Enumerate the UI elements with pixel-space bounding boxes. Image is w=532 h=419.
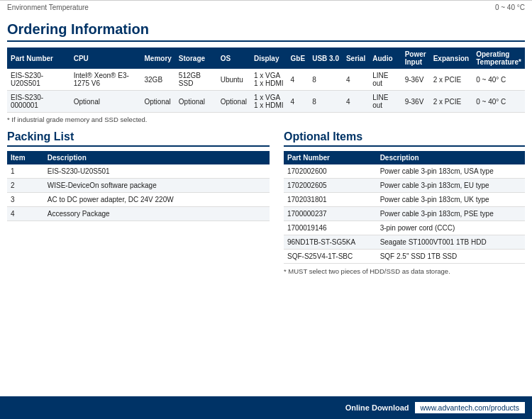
- packing-cell-description: Accessory Package: [44, 207, 270, 221]
- packing-cell-item: 3: [7, 193, 44, 207]
- ordering-cell-expansion: 2 x PCIE: [430, 91, 473, 113]
- ordering-col-memory: Memory: [140, 48, 174, 69]
- ordering-cell-powerinput: 9-36V: [401, 91, 430, 113]
- optional-table-row: 1700000237 Power cable 3-pin 183cm, PSE …: [284, 207, 525, 221]
- optional-cell-description: Power cable 3-pin 183cm, PSE type: [377, 207, 525, 221]
- optional-items-section: Optional Items Part Number Description 1…: [284, 130, 525, 275]
- ordering-cell-expansion: 2 x PCIE: [430, 69, 473, 91]
- ordering-footnote: * If industrial grade memory and SSD sel…: [7, 116, 525, 123]
- ordering-cell-display: 1 x VGA1 x HDMI: [250, 69, 287, 91]
- optional-cell-partnumber: 1700019146: [284, 221, 377, 235]
- optional-table-row: 1702002600 Power cable 3-pin 183cm, USA …: [284, 164, 525, 179]
- optional-cell-description: Seagate ST1000VT001 1TB HDD: [377, 235, 525, 250]
- packing-table-row: 1 EIS-S230-U20S501: [7, 164, 270, 179]
- packing-col-item: Item: [7, 151, 44, 164]
- ordering-col-os: OS: [217, 48, 250, 69]
- footer-url: www.advantech.com/products: [415, 402, 525, 413]
- optional-table-row: 1702031801 Power cable 3-pin 183cm, UK t…: [284, 193, 525, 207]
- optional-cell-partnumber: 1702002605: [284, 179, 377, 193]
- ordering-cell-serial: 4: [343, 69, 369, 91]
- optional-cell-description: 3-pin power cord (CCC): [377, 221, 525, 235]
- optional-cell-partnumber: 1702002600: [284, 164, 377, 179]
- optional-cell-partnumber: 1700000237: [284, 207, 377, 221]
- optional-cell-description: Power cable 3-pin 183cm, USA type: [377, 164, 525, 179]
- ordering-col-expansion: Expansion: [430, 48, 473, 69]
- packing-cell-item: 2: [7, 179, 44, 193]
- packing-table-row: 3 AC to DC power adapter, DC 24V 220W: [7, 193, 270, 207]
- ordering-cell-memory: 32GB: [140, 69, 174, 91]
- ordering-cell-serial: 4: [343, 91, 369, 113]
- ordering-col-display: Display: [250, 48, 287, 69]
- optional-cell-description: Power cable 3-pin 183cm, EU type: [377, 179, 525, 193]
- packing-list-title: Packing List: [7, 130, 270, 147]
- ordering-col-audio: Audio: [369, 48, 401, 69]
- packing-list-section: Packing List Item Description 1 EIS-S230…: [7, 130, 270, 275]
- ordering-col-storage: Storage: [175, 48, 217, 69]
- ordering-col-gbe: GbE: [287, 48, 309, 69]
- ordering-cell-operatingtemp: 0 ~ 40° C: [472, 69, 525, 91]
- optional-footnote: * MUST select two pieces of HDD/SSD as d…: [284, 267, 525, 275]
- ordering-cell-powerinput: 9-36V: [401, 69, 430, 91]
- top-bar-left: Environment Temperature: [7, 4, 89, 11]
- packing-table-row: 4 Accessory Package: [7, 207, 270, 221]
- ordering-cell-partnumber: EIS-S230-0000001: [7, 91, 70, 113]
- footer-label: Online Download: [345, 403, 409, 412]
- ordering-col-cpu: CPU: [70, 48, 141, 69]
- optional-cell-partnumber: 1702031801: [284, 193, 377, 207]
- optional-cell-partnumber: 96ND1TB-ST-SG5KA: [284, 235, 377, 250]
- optional-table-row: 1702002605 Power cable 3-pin 183cm, EU t…: [284, 179, 525, 193]
- ordering-cell-gbe: 4: [287, 91, 309, 113]
- ordering-col-partnumber: Part Number: [7, 48, 70, 69]
- ordering-table-row: EIS-S230-0000001 Optional Optional Optio…: [7, 91, 525, 113]
- ordering-table-row: EIS-S230-U20S501 Intel® Xeon® E3-1275 V6…: [7, 69, 525, 91]
- optional-table: Part Number Description 1702002600 Power…: [284, 151, 525, 264]
- bottom-sections: Packing List Item Description 1 EIS-S230…: [7, 130, 525, 275]
- optional-table-row: 96ND1TB-ST-SG5KA Seagate ST1000VT001 1TB…: [284, 235, 525, 250]
- packing-cell-description: AC to DC power adapter, DC 24V 220W: [44, 193, 270, 207]
- ordering-col-serial: Serial: [343, 48, 369, 69]
- optional-items-title: Optional Items: [284, 130, 525, 147]
- ordering-cell-audio: LINE out: [369, 69, 401, 91]
- packing-table-row: 2 WISE-DeviceOn software package: [7, 179, 270, 193]
- optional-col-partnumber: Part Number: [284, 151, 377, 164]
- ordering-cell-os: Ubuntu: [217, 69, 250, 91]
- optional-cell-partnumber: SQF-S25V4-1T-SBC: [284, 250, 377, 264]
- ordering-cell-operatingtemp: 0 ~ 40° C: [472, 91, 525, 113]
- ordering-cell-cpu: Optional: [70, 91, 141, 113]
- packing-cell-item: 1: [7, 164, 44, 179]
- packing-cell-item: 4: [7, 207, 44, 221]
- packing-col-description: Description: [44, 151, 270, 164]
- ordering-section-title: Ordering Information: [7, 21, 525, 42]
- ordering-cell-os: Optional: [217, 91, 250, 113]
- optional-table-row: 1700019146 3-pin power cord (CCC): [284, 221, 525, 235]
- ordering-col-usb30: USB 3.0: [309, 48, 343, 69]
- optional-col-description: Description: [377, 151, 525, 164]
- ordering-col-powerinput: PowerInput: [401, 48, 430, 69]
- ordering-cell-gbe: 4: [287, 69, 309, 91]
- ordering-cell-cpu: Intel® Xeon® E3-1275 V6: [70, 69, 141, 91]
- packing-cell-description: WISE-DeviceOn software package: [44, 179, 270, 193]
- footer-bar: Online Download www.advantech.com/produc…: [0, 396, 532, 419]
- ordering-cell-audio: LINE out: [369, 91, 401, 113]
- ordering-col-operatingtemp: OperatingTemperature*: [472, 48, 525, 69]
- top-bar: Environment Temperature 0 ~ 40 °C: [0, 0, 532, 14]
- optional-cell-description: Power cable 3-pin 183cm, UK type: [377, 193, 525, 207]
- packing-cell-description: EIS-S230-U20S501: [44, 164, 270, 179]
- ordering-cell-usb30: 8: [309, 91, 343, 113]
- ordering-cell-partnumber: EIS-S230-U20S501: [7, 69, 70, 91]
- ordering-cell-display: 1 x VGA1 x HDMI: [250, 91, 287, 113]
- ordering-cell-usb30: 8: [309, 69, 343, 91]
- ordering-cell-storage: Optional: [175, 91, 217, 113]
- optional-cell-description: SQF 2.5" SSD 1TB SSD: [377, 250, 525, 264]
- ordering-table: Part Number CPU Memory Storage OS Displa…: [7, 48, 525, 113]
- optional-table-row: SQF-S25V4-1T-SBC SQF 2.5" SSD 1TB SSD: [284, 250, 525, 264]
- ordering-cell-storage: 512GB SSD: [175, 69, 217, 91]
- packing-table: Item Description 1 EIS-S230-U20S501 2 WI…: [7, 151, 270, 221]
- top-bar-right: 0 ~ 40 °C: [495, 4, 525, 11]
- ordering-cell-memory: Optional: [140, 91, 174, 113]
